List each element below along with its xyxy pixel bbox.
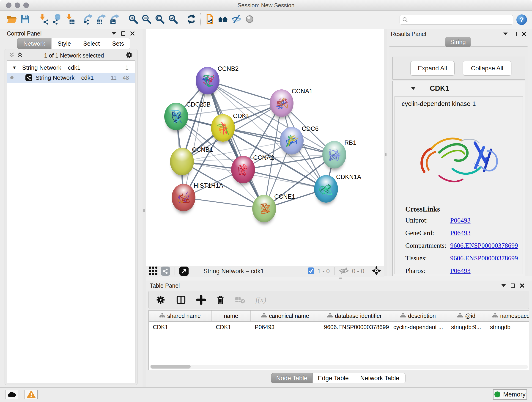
float-panel-icon[interactable] bbox=[121, 32, 125, 36]
cell-shared-name[interactable]: CDK1 bbox=[149, 322, 212, 332]
crosslink-link[interactable]: P06493 bbox=[450, 267, 471, 274]
node-CCNA1[interactable] bbox=[270, 89, 293, 117]
right-splitter[interactable] bbox=[384, 29, 387, 276]
panel-menu-icon[interactable] bbox=[112, 32, 116, 35]
node-CCNB2[interactable] bbox=[196, 67, 220, 95]
edge-CDKN1A-CCNA2[interactable] bbox=[243, 170, 326, 189]
import-network-database-button[interactable] bbox=[50, 13, 63, 27]
network-options-gear-icon[interactable] bbox=[125, 51, 133, 60]
cell-canonical-name[interactable]: P06493 bbox=[251, 322, 320, 332]
zoom-in-button[interactable] bbox=[127, 13, 140, 27]
left-splitter-handle[interactable] bbox=[143, 209, 145, 212]
delete-column-icon[interactable] bbox=[216, 295, 225, 305]
hidden-eye-icon[interactable] bbox=[339, 267, 349, 275]
node-RB1[interactable] bbox=[322, 141, 346, 168]
gene-section-header[interactable]: CDK1 bbox=[393, 81, 525, 96]
add-column-icon[interactable] bbox=[196, 295, 206, 305]
node-HIST1H1A[interactable] bbox=[172, 184, 196, 211]
float-panel-icon[interactable] bbox=[513, 32, 517, 36]
table-options-gear-icon[interactable] bbox=[156, 295, 166, 305]
close-panel-icon[interactable] bbox=[522, 32, 526, 36]
scrollbar-thumb[interactable] bbox=[151, 365, 191, 369]
column-header-name[interactable]: name bbox=[212, 311, 251, 321]
detach-view-icon[interactable] bbox=[179, 267, 189, 276]
show-glass-button[interactable] bbox=[243, 13, 256, 27]
refresh-button[interactable] bbox=[185, 13, 198, 27]
import-network-file-button[interactable] bbox=[37, 13, 50, 27]
cloud-button[interactable] bbox=[5, 390, 18, 399]
edge-CCNB2-CCNE1[interactable] bbox=[208, 81, 264, 209]
hide-glass-button[interactable] bbox=[230, 13, 243, 27]
warnings-button[interactable] bbox=[25, 390, 38, 399]
panel-menu-icon[interactable] bbox=[501, 284, 506, 287]
column-header-description[interactable]: description bbox=[389, 311, 447, 321]
zoom-out-button[interactable] bbox=[140, 13, 153, 27]
network-collection-row[interactable]: ▼ String Network – cdk1 1 bbox=[7, 63, 135, 73]
export-network-button[interactable] bbox=[82, 13, 95, 27]
export-table-button[interactable] bbox=[95, 13, 108, 27]
node-CDKN1A[interactable] bbox=[314, 175, 338, 203]
collapse-collection-icon[interactable]: ▼ bbox=[12, 65, 17, 70]
right-splitter-handle[interactable] bbox=[385, 153, 386, 156]
node-CCNA2[interactable] bbox=[231, 156, 255, 183]
share-document-button[interactable] bbox=[203, 13, 216, 27]
zoom-selected-button[interactable] bbox=[166, 13, 180, 27]
collapse-all-networks-icon[interactable] bbox=[9, 52, 14, 59]
table-horizontal-scrollbar[interactable] bbox=[150, 365, 528, 369]
string-app-icon[interactable] bbox=[161, 267, 170, 276]
crosslink-link[interactable]: P06493 bbox=[450, 217, 471, 224]
tab-network-table[interactable]: Network Table bbox=[354, 373, 405, 383]
crosslink-link[interactable]: 9606.ENSP00000378699 bbox=[450, 254, 518, 262]
node-CDC25B[interactable] bbox=[164, 103, 188, 130]
node-CDK1[interactable] bbox=[211, 114, 235, 142]
expand-all-button[interactable]: Expand All bbox=[410, 61, 455, 76]
node-CCNE1[interactable] bbox=[252, 195, 276, 222]
horizontal-splitter[interactable] bbox=[146, 276, 532, 281]
node-table[interactable]: shared namenamecanonical namedatabase id… bbox=[148, 310, 529, 370]
tab-edge-table[interactable]: Edge Table bbox=[312, 373, 354, 383]
cell-name[interactable]: CDK1 bbox=[212, 322, 251, 332]
close-panel-icon[interactable] bbox=[520, 283, 525, 288]
zoom-fit-button[interactable] bbox=[153, 13, 166, 27]
tab-string[interactable]: String bbox=[445, 37, 471, 47]
column-header-canonical-name[interactable]: canonical name bbox=[251, 311, 320, 321]
home-button[interactable] bbox=[216, 13, 230, 27]
node-CCNB1[interactable] bbox=[170, 148, 194, 175]
tab-style[interactable]: Style bbox=[51, 38, 77, 49]
table-row[interactable]: CDK1CDK1P064939606.ENSP00000378699cyclin… bbox=[149, 322, 529, 332]
cell--id[interactable]: stringdb:9... bbox=[447, 322, 486, 332]
crosslink-link[interactable]: P06493 bbox=[450, 229, 471, 237]
open-file-button[interactable] bbox=[5, 13, 18, 27]
float-panel-icon[interactable] bbox=[511, 283, 515, 288]
horizontal-splitter-handle[interactable] bbox=[339, 278, 342, 279]
collapse-section-icon[interactable] bbox=[411, 87, 416, 90]
node-CDC6[interactable] bbox=[280, 127, 304, 154]
search-box[interactable] bbox=[399, 15, 513, 25]
close-panel-icon[interactable] bbox=[130, 31, 135, 36]
crosslink-link[interactable]: 9606.ENSP00000378699 bbox=[450, 242, 518, 249]
birdseye-grid-icon[interactable] bbox=[148, 266, 158, 276]
expand-all-networks-icon[interactable] bbox=[17, 52, 23, 59]
export-image-button[interactable] bbox=[108, 13, 121, 27]
save-session-button[interactable] bbox=[18, 13, 32, 27]
cell-namespace[interactable]: stringdb bbox=[486, 322, 529, 332]
network-row-selected[interactable]: String Network – cdk1 11 48 bbox=[7, 73, 135, 83]
column-header-namespace[interactable]: namespace bbox=[486, 311, 529, 321]
tab-node-table[interactable]: Node Table bbox=[271, 373, 312, 383]
tab-sets[interactable]: Sets bbox=[106, 38, 130, 49]
tab-select[interactable]: Select bbox=[77, 38, 106, 49]
cell-database-identifier[interactable]: 9606.ENSP00000378699 bbox=[320, 322, 389, 332]
search-input[interactable] bbox=[408, 16, 511, 23]
tab-network[interactable]: Network bbox=[17, 38, 51, 49]
fit-selected-crosshair-icon[interactable] bbox=[372, 266, 381, 276]
import-table-button[interactable] bbox=[63, 13, 76, 27]
network-canvas[interactable]: CCNB2CCNA1CDC25BCDK1CDC6RB1CCNB1CCNA2CDK… bbox=[146, 29, 384, 266]
left-splitter[interactable] bbox=[143, 29, 146, 387]
column-header-shared-name[interactable]: shared name bbox=[149, 311, 212, 321]
collapse-all-button[interactable]: Collapse All bbox=[463, 61, 511, 76]
column-header--id[interactable]: @id bbox=[447, 311, 486, 321]
panel-menu-icon[interactable] bbox=[503, 32, 508, 35]
edge-HIST1H1A-CCNB2[interactable] bbox=[184, 81, 208, 198]
selected-checkbox[interactable] bbox=[308, 268, 314, 275]
show-columns-icon[interactable] bbox=[176, 295, 186, 305]
